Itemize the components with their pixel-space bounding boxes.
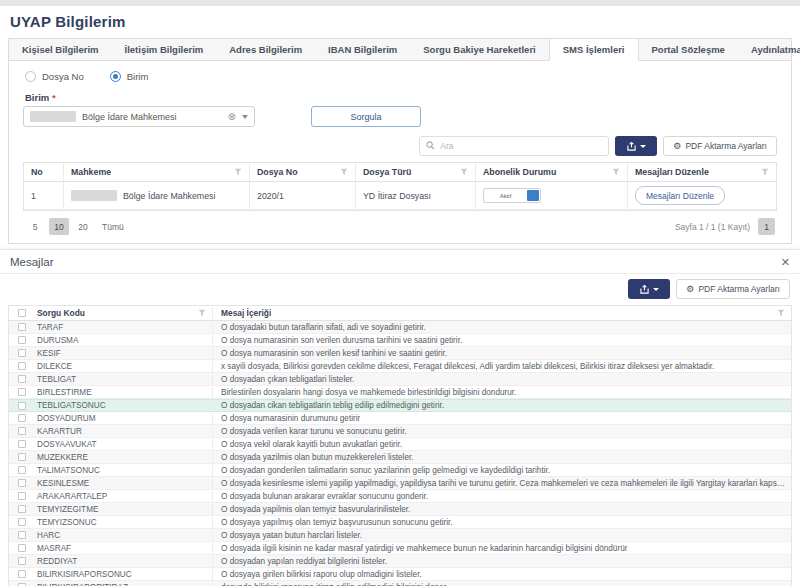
message-row[interactable]: TEMYIZSONUC O dosyaya yapılmış olan temy… — [9, 516, 791, 529]
message-row[interactable]: TEMYIZEGITME O dosyada yapilmis olan tem… — [9, 503, 791, 516]
row-checkbox[interactable] — [18, 414, 26, 422]
message-row[interactable]: TEBLIGAT O dosyadan çıkan tebligatlari l… — [9, 373, 791, 386]
message-row[interactable]: BILIRKISIRAPORSONUC O dosyaya girilen bi… — [9, 568, 791, 581]
header-checkbox-cell — [9, 309, 35, 317]
message-row[interactable]: KARARTUR O dosyada verilen karar turunu … — [9, 425, 791, 438]
tab-label: Aydınlatma Metni — [751, 44, 800, 55]
row-checkbox[interactable] — [18, 544, 26, 552]
tab[interactable]: SMS İşlemleri — [549, 39, 639, 61]
page-header: UYAP Bilgilerim — [0, 6, 800, 36]
message-row[interactable]: BILIRKISIRAPORITIRAZ dosyada bilirkisi r… — [9, 581, 791, 586]
sms-card: Kişisel Bilgilerim İletişim Bilgilerim A… — [8, 38, 792, 244]
message-row[interactable]: REDDIYAT O dosyadan yapılan reddiyat bil… — [9, 555, 791, 568]
row-checkbox[interactable] — [18, 440, 26, 448]
message-code: KESIF — [35, 348, 213, 359]
checkbox-cell — [9, 362, 35, 370]
message-content: O dosyada yapilmis olan temyiz basvurula… — [213, 504, 791, 515]
row-checkbox[interactable] — [18, 453, 26, 461]
row-checkbox[interactable] — [18, 531, 26, 539]
row-checkbox[interactable] — [18, 427, 26, 435]
filter-icon[interactable] — [198, 309, 206, 317]
radio-option[interactable]: Dosya No — [25, 71, 84, 82]
messages-toolbar: ⚙ PDF Aktarma Ayarları — [0, 274, 800, 304]
tab[interactable]: Aydınlatma Metni — [738, 39, 800, 60]
search-box[interactable] — [419, 136, 609, 156]
search-input[interactable] — [440, 141, 602, 151]
checkbox-cell — [9, 531, 35, 539]
row-checkbox[interactable] — [18, 375, 26, 383]
filter-icon[interactable] — [761, 168, 769, 176]
message-row[interactable]: BIRLESTIRME Birlestirilen dosyalarin han… — [9, 386, 791, 399]
page-number-button[interactable]: 1 — [758, 218, 775, 235]
message-row[interactable]: HARC O dosyaya yatan butun harclari list… — [9, 529, 791, 542]
row-checkbox[interactable] — [18, 570, 26, 578]
table-row: 1 Bölge İdare Mahkemesi 2020/1 YD İtiraz… — [24, 182, 776, 210]
message-row[interactable]: MASRAF O dosyada ilgili kisinin ne kadar… — [9, 542, 791, 555]
tab-label: Adres Bilgilerim — [229, 44, 302, 55]
checkbox-cell — [9, 466, 35, 474]
page-size-button[interactable]: 20 — [73, 218, 93, 235]
gear-icon: ⚙ — [686, 284, 694, 294]
pdf-settings-button[interactable]: ⚙ PDF Aktarma Ayarları — [676, 279, 790, 299]
message-code: TARAF — [35, 322, 213, 333]
page-size-button[interactable]: 10 — [49, 218, 69, 235]
tab[interactable]: Adres Bilgilerim — [216, 39, 315, 60]
tab[interactable]: Portal Sözleşme — [639, 39, 738, 60]
edit-messages-button[interactable]: Mesajları Düzenle — [635, 186, 725, 205]
export-icon — [640, 285, 649, 294]
row-checkbox[interactable] — [18, 557, 26, 565]
message-row[interactable]: DOSYAAVUKAT O dosya vekil olarak kayitli… — [9, 438, 791, 451]
page-size-button[interactable]: 5 — [25, 218, 45, 235]
filter-icon[interactable] — [612, 168, 620, 176]
row-checkbox[interactable] — [18, 505, 26, 513]
row-checkbox[interactable] — [18, 402, 26, 410]
row-checkbox[interactable] — [18, 323, 26, 331]
filter-icon[interactable] — [777, 309, 785, 317]
birim-select[interactable]: Bölge İdare Mahkemesi ⊗ — [23, 106, 255, 127]
subscription-toggle[interactable]: Aktif — [483, 188, 541, 203]
chevron-down-icon[interactable] — [242, 115, 248, 119]
row-checkbox[interactable] — [18, 466, 26, 474]
message-row[interactable]: TARAF O dosyadaki butun taraflarin sifat… — [9, 321, 791, 334]
message-row[interactable]: DILEKCE x sayili dosyada, Bilirkisi gore… — [9, 360, 791, 373]
page-info: Sayfa 1 / 1 (1 Kayıt) — [675, 222, 750, 232]
message-row[interactable]: DOSYADURUM O dosya numarasinin durumunu … — [9, 412, 791, 425]
row-checkbox[interactable] — [18, 479, 26, 487]
tab[interactable]: Sorgu Bakiye Hareketleri — [410, 39, 548, 60]
sorgula-button[interactable]: Sorgula — [311, 106, 421, 127]
birim-label: Birim * — [25, 92, 777, 103]
message-row[interactable]: TALIMATSONUC O dosyadan gonderilen talim… — [9, 464, 791, 477]
tab[interactable]: İletişim Bilgilerim — [112, 39, 217, 60]
messages-table: Sorgu Kodu Mesaj İçeriği TARAF — [8, 305, 792, 586]
row-checkbox[interactable] — [18, 362, 26, 370]
message-row[interactable]: DURUSMA O dosya numarasinin son verilen … — [9, 334, 791, 347]
message-row[interactable]: TEBLIGATSONUC O dosyadan cikan tebligatl… — [9, 399, 791, 412]
export-button[interactable] — [628, 279, 670, 299]
tab[interactable]: IBAN Bilgilerim — [315, 39, 410, 60]
row-checkbox[interactable] — [18, 349, 26, 357]
message-row[interactable]: KESIF O dosya numarasinin son verilen ke… — [9, 347, 791, 360]
page-size-button[interactable]: Tümü — [97, 218, 129, 235]
row-checkbox[interactable] — [18, 492, 26, 500]
radio-option[interactable]: Birim — [110, 71, 149, 82]
message-row[interactable]: KESINLESME O dosyada kesinlesme islemi y… — [9, 477, 791, 490]
filter-icon[interactable] — [460, 168, 468, 176]
filter-icon[interactable] — [234, 168, 242, 176]
row-checkbox[interactable] — [18, 336, 26, 344]
message-row[interactable]: ARAKARARTALEP O dosyada bulunan arakarar… — [9, 490, 791, 503]
col-header-mesaj-icerigi: Mesaj İçeriği — [213, 307, 791, 319]
clear-icon[interactable]: ⊗ — [228, 112, 236, 122]
message-row[interactable]: MUZEKKERE O dosyada yazilmis olan butun … — [9, 451, 791, 464]
row-checkbox[interactable] — [18, 518, 26, 526]
export-button[interactable] — [615, 136, 657, 156]
tab[interactable]: Kişisel Bilgilerim — [9, 39, 112, 60]
pdf-settings-button[interactable]: ⚙ PDF Aktarma Ayarları — [663, 136, 777, 156]
row-checkbox[interactable] — [18, 388, 26, 396]
checkbox-cell — [9, 570, 35, 578]
message-content: O dosyaya yatan butun harclari listeler. — [213, 530, 791, 541]
messages-panel: Mesajlar ✕ ⚙ PDF Aktarma Ayarları Sorgu … — [0, 249, 800, 586]
filter-icon[interactable] — [340, 168, 348, 176]
pagination-right: Sayfa 1 / 1 (1 Kayıt) 1 — [675, 218, 775, 235]
close-icon[interactable]: ✕ — [781, 257, 790, 268]
select-all-checkbox[interactable] — [18, 309, 26, 317]
